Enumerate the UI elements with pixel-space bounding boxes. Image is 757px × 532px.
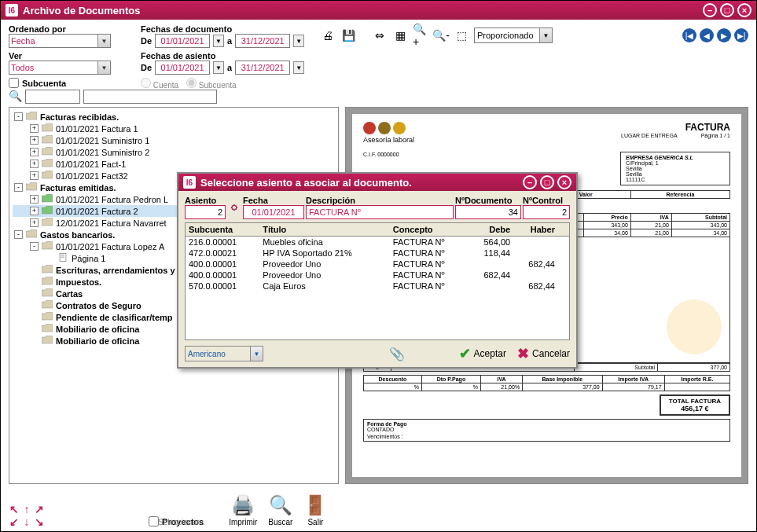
tree-node[interactable]: +01/01/2021 Suministro 2 — [13, 146, 335, 158]
doc-date-from[interactable] — [155, 34, 210, 48]
main-titlebar: l6 Archivo de Documentos – □ × — [1, 1, 756, 20]
close-button[interactable]: × — [737, 3, 751, 17]
expander-icon[interactable]: + — [30, 171, 39, 180]
dialog-close-button[interactable]: × — [557, 175, 571, 189]
zoom-mode-combo[interactable]: Proporcionado ▼ — [474, 28, 553, 43]
grid-row[interactable]: 570.0.00001Caja EurosFACTURA Nº682,44 — [186, 281, 569, 292]
chevron-down-icon[interactable]: ▼ — [293, 35, 304, 47]
asiento-date-from[interactable] — [155, 61, 210, 75]
chevron-down-icon: ▼ — [97, 61, 110, 74]
tree-node-label: Mobiliario de oficina — [56, 325, 139, 334]
record-icon[interactable]: ⭘ — [229, 201, 240, 214]
cancelar-button[interactable]: ✖ Cancelar — [517, 345, 570, 362]
chevron-down-icon: ▼ — [250, 347, 263, 361]
buscar-button[interactable]: 🔍 Buscar — [268, 494, 292, 526]
tree-node[interactable]: +01/01/2021 Fact-1 — [13, 158, 335, 170]
filter-toolbar: Ordenado por Fecha ▼ Ver Todos ▼ Subcuen… — [1, 20, 756, 107]
expander-icon[interactable]: + — [30, 136, 39, 145]
exit-door-icon: 🚪 — [303, 494, 327, 516]
asiento-input[interactable] — [185, 205, 226, 219]
x-icon: ✖ — [517, 345, 529, 362]
tree-node-label: Impuestos. — [56, 277, 101, 287]
last-page-button[interactable]: ▶| — [734, 28, 748, 42]
fecha-input[interactable] — [243, 205, 304, 219]
seleccionar-label: Seleccionar... — [158, 518, 205, 526]
expand-collapse-icon[interactable]: ↖↑↗ ↙↓↘ — [9, 503, 45, 526]
save-icon[interactable]: 💾 — [340, 28, 356, 43]
expander-icon[interactable]: - — [14, 183, 23, 192]
salir-button[interactable]: 🚪 Salir — [303, 494, 327, 526]
folder-icon — [42, 135, 53, 145]
chevron-down-icon[interactable]: ▼ — [293, 61, 304, 74]
chevron-down-icon[interactable]: ▼ — [213, 35, 224, 47]
zoom-in-icon[interactable]: 🔍+ — [413, 28, 428, 43]
expander-icon[interactable]: + — [30, 160, 39, 168]
tree-node-label: Cartas — [56, 289, 83, 299]
ncontrol-input[interactable] — [523, 205, 570, 219]
expander-icon[interactable]: - — [30, 242, 39, 251]
radio-subcuenta[interactable]: Subcuenta — [186, 78, 237, 90]
asiento-lines-grid[interactable]: Subcuenta Título Concepto Debe Haber 216… — [185, 222, 570, 340]
associate-asiento-dialog: l6 Seleccione asiento a asociar al docum… — [177, 172, 578, 369]
search-icon[interactable]: 🔍 — [9, 90, 22, 104]
expander-icon[interactable]: + — [30, 195, 39, 204]
tree-node[interactable]: +01/01/2021 Factura 1 — [13, 123, 335, 134]
fechas-asiento-label: Fechas de asiento — [141, 51, 314, 61]
asiento-date-to[interactable] — [235, 61, 290, 75]
maximize-button[interactable]: □ — [720, 3, 734, 17]
grid-row[interactable]: 472.0.00021HP IVA Soportado 21%FACTURA N… — [186, 248, 569, 259]
expander-icon[interactable]: + — [30, 124, 39, 133]
expander-icon[interactable]: + — [30, 207, 39, 215]
page-icon — [57, 253, 68, 263]
expander-icon[interactable]: + — [30, 148, 39, 156]
app-icon: l6 — [6, 4, 18, 17]
expander-icon[interactable]: + — [30, 218, 39, 227]
attachment-icon[interactable]: 📎 — [389, 347, 405, 361]
dialog-minimize-button[interactable]: – — [523, 175, 537, 189]
subcuenta-name-input[interactable] — [83, 90, 217, 104]
next-page-button[interactable]: ▶ — [717, 28, 731, 42]
expander-icon[interactable]: - — [14, 230, 23, 239]
tree-node-label: Página 1 — [72, 254, 105, 263]
ndocumento-input[interactable] — [455, 205, 521, 219]
grid-row[interactable]: 400.0.00001Proveedor UnoFACTURA Nº682,44 — [186, 270, 569, 281]
prev-page-button[interactable]: ◀ — [700, 28, 714, 42]
folder-icon — [42, 241, 53, 251]
subcuenta-checkbox[interactable] — [9, 78, 19, 88]
grid-row[interactable]: 216.0.00001Muebles oficinaFACTURA Nº564,… — [186, 237, 569, 248]
zoom-region-icon[interactable]: ⬚ — [454, 28, 469, 43]
subcuenta-code-input[interactable] — [25, 90, 80, 104]
brand-logo — [363, 122, 414, 134]
tree-node[interactable]: +01/01/2021 Suministro 1 — [13, 134, 335, 146]
print-icon[interactable]: 🖨 — [320, 28, 336, 43]
tree-node-label: 01/01/2021 Factura Pedron L — [56, 195, 168, 204]
doc-date-to[interactable] — [235, 34, 290, 48]
fit-width-icon[interactable]: ⇔ — [372, 28, 388, 43]
expander-icon[interactable]: - — [14, 112, 23, 121]
tree-node-label: Gastos bancarios. — [40, 230, 115, 240]
folder-icon — [42, 123, 53, 134]
tree-node-label: 01/01/2021 Factura 2 — [56, 207, 138, 216]
first-page-button[interactable]: |◀ — [682, 28, 696, 42]
tree-node-label: Mobiliario de oficina — [56, 336, 139, 346]
grid-row[interactable]: 400.0.00001Proveedor UnoFACTURA Nº682,44 — [186, 259, 569, 270]
zoom-out-icon[interactable]: 🔍- — [433, 28, 449, 43]
aceptar-button[interactable]: ✔ Aceptar — [459, 345, 506, 362]
ordenado-label: Ordenado por — [9, 24, 134, 34]
minimize-button[interactable]: – — [703, 3, 717, 17]
descripcion-input[interactable] — [306, 205, 454, 219]
ver-combo[interactable]: Todos ▼ — [9, 61, 111, 75]
chevron-down-icon[interactable]: ▼ — [213, 61, 224, 74]
ordenado-combo[interactable]: Fecha ▼ — [9, 34, 111, 48]
folder-icon — [42, 312, 53, 322]
imprimir-button[interactable]: 🖨️ Imprimir — [229, 494, 257, 526]
folder-icon — [42, 324, 53, 334]
fit-page-icon[interactable]: ▦ — [392, 28, 408, 43]
folder-icon — [42, 147, 53, 157]
tree-node[interactable]: -Facturas recibidas. — [13, 111, 335, 123]
radio-cuenta[interactable]: Cuenta — [141, 78, 178, 90]
dialog-maximize-button[interactable]: □ — [540, 175, 554, 189]
folder-icon — [26, 229, 37, 240]
printer-icon: 🖨️ — [231, 494, 255, 516]
format-combo[interactable]: Americano ▼ — [185, 346, 263, 361]
